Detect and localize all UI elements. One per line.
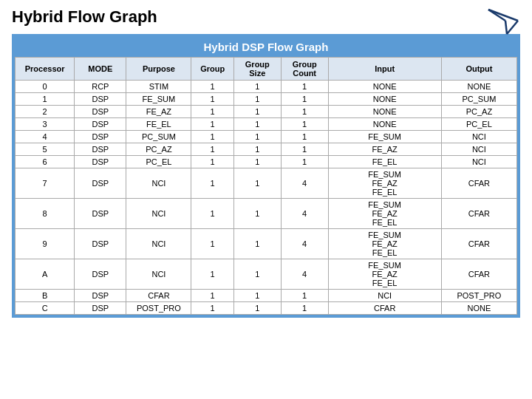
flow-table: Processor MODE Purpose Group Group Size … [15, 57, 517, 315]
cell-mode: DSP [75, 199, 126, 229]
cell-gsize: 1 [233, 143, 281, 156]
cell-input: CFAR [328, 302, 441, 315]
header-group-size: Group Size [233, 58, 281, 81]
cell-input: NONE [328, 106, 441, 118]
svg-line-1 [507, 21, 518, 34]
cell-gsize: 1 [233, 156, 281, 168]
cell-gcount: 1 [281, 93, 328, 106]
cell-purpose: FE_SUM [126, 93, 191, 106]
header-purpose: Purpose [126, 58, 191, 81]
header-group: Group [191, 58, 233, 81]
cell-mode: DSP [75, 229, 126, 259]
header-mode: MODE [75, 58, 126, 81]
cell-output: NONE [441, 81, 516, 93]
header-output: Output [441, 58, 516, 81]
cell-gsize: 1 [233, 302, 281, 315]
cell-group: 1 [191, 131, 233, 143]
table-row: ADSPNCI114FE_SUMFE_AZFE_ELCFAR [16, 259, 517, 290]
cell-output: NONE [441, 302, 516, 315]
cell-purpose: CFAR [126, 290, 191, 302]
cell-gcount: 4 [281, 199, 328, 229]
cell-processor: 1 [16, 93, 75, 106]
cell-gsize: 1 [233, 229, 281, 259]
cell-output: CFAR [441, 168, 516, 199]
cell-group: 1 [191, 106, 233, 118]
cell-processor: 6 [16, 156, 75, 168]
cell-purpose: NCI [126, 229, 191, 259]
cell-mode: DSP [75, 302, 126, 315]
cell-purpose: NCI [126, 259, 191, 290]
cell-purpose: NCI [126, 199, 191, 229]
cell-gsize: 1 [233, 131, 281, 143]
cell-mode: DSP [75, 290, 126, 302]
cell-gcount: 1 [281, 143, 328, 156]
cell-gcount: 1 [281, 290, 328, 302]
table-row: 9DSPNCI114FE_SUMFE_AZFE_ELCFAR [16, 229, 517, 259]
cell-gsize: 1 [233, 290, 281, 302]
cell-input: NONE [328, 81, 441, 93]
svg-line-2 [505, 21, 507, 34]
cell-mode: DSP [75, 118, 126, 131]
cell-gsize: 1 [233, 81, 281, 93]
cell-group: 1 [191, 156, 233, 168]
cell-purpose: PC_SUM [126, 131, 191, 143]
cell-gsize: 1 [233, 259, 281, 290]
cell-mode: DSP [75, 259, 126, 290]
cell-gsize: 1 [233, 93, 281, 106]
cell-processor: 4 [16, 131, 75, 143]
table-row: 7DSPNCI114FE_SUMFE_AZFE_ELCFAR [16, 168, 517, 199]
table-row: BDSPCFAR111NCIPOST_PRO [16, 290, 517, 302]
cell-group: 1 [191, 199, 233, 229]
cell-gsize: 1 [233, 118, 281, 131]
cell-group: 1 [191, 290, 233, 302]
table-row: CDSPPOST_PRO111CFARNONE [16, 302, 517, 315]
header-processor: Processor [16, 58, 75, 81]
cell-input: NONE [328, 118, 441, 131]
cell-processor: 7 [16, 168, 75, 199]
cell-output: PC_EL [441, 118, 516, 131]
cell-output: CFAR [441, 229, 516, 259]
cell-group: 1 [191, 259, 233, 290]
cell-input: FE_SUMFE_AZFE_EL [328, 199, 441, 229]
cell-output: NCI [441, 143, 516, 156]
cell-input: FE_SUMFE_AZFE_EL [328, 229, 441, 259]
cell-purpose: FE_EL [126, 118, 191, 131]
cell-output: CFAR [441, 199, 516, 229]
table-row: 4DSPPC_SUM111FE_SUMNCI [16, 131, 517, 143]
cell-processor: C [16, 302, 75, 315]
table-row: 5DSPPC_AZ111FE_AZNCI [16, 143, 517, 156]
cell-purpose: PC_EL [126, 156, 191, 168]
cell-processor: 2 [16, 106, 75, 118]
page-title: Hybrid Flow Graph [12, 7, 520, 27]
cell-output: CFAR [441, 259, 516, 290]
cell-gsize: 1 [233, 168, 281, 199]
cell-processor: 8 [16, 199, 75, 229]
cell-purpose: STIM [126, 81, 191, 93]
cell-processor: 3 [16, 118, 75, 131]
table-header-row: Processor MODE Purpose Group Group Size … [16, 58, 517, 81]
cell-gcount: 1 [281, 106, 328, 118]
cell-gcount: 1 [281, 156, 328, 168]
cell-mode: DSP [75, 168, 126, 199]
cell-group: 1 [191, 229, 233, 259]
cell-output: POST_PRO [441, 290, 516, 302]
cell-gcount: 4 [281, 168, 328, 199]
cell-purpose: POST_PRO [126, 302, 191, 315]
cell-output: PC_SUM [441, 93, 516, 106]
cell-gcount: 1 [281, 118, 328, 131]
cell-input: FE_EL [328, 156, 441, 168]
table-row: 6DSPPC_EL111FE_ELNCI [16, 156, 517, 168]
main-panel: Hybrid DSP Flow Graph Processor MODE Pur… [12, 34, 520, 318]
cell-input: FE_SUMFE_AZFE_EL [328, 259, 441, 290]
cell-purpose: PC_AZ [126, 143, 191, 156]
cell-input: FE_SUM [328, 131, 441, 143]
cell-group: 1 [191, 143, 233, 156]
cell-input: NCI [328, 290, 441, 302]
cell-processor: 5 [16, 143, 75, 156]
cell-group: 1 [191, 93, 233, 106]
cell-input: FE_SUMFE_AZFE_EL [328, 168, 441, 199]
cell-gcount: 1 [281, 81, 328, 93]
cell-input: FE_AZ [328, 143, 441, 156]
cell-mode: DSP [75, 143, 126, 156]
cell-mode: DSP [75, 131, 126, 143]
